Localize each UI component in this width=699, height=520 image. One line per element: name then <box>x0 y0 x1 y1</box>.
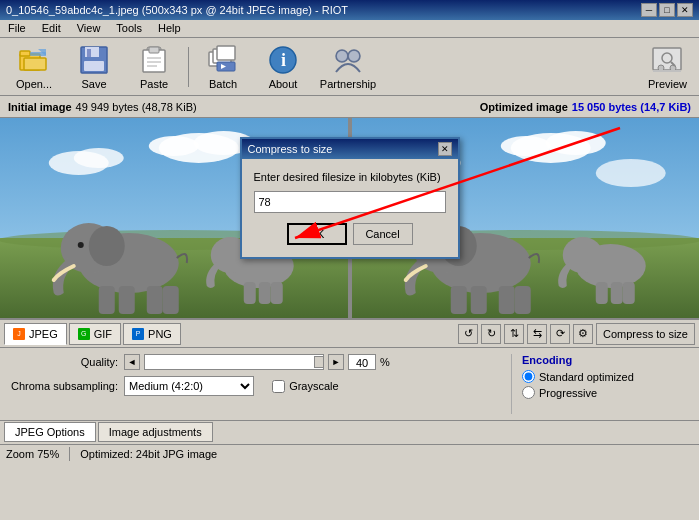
svg-rect-2 <box>24 58 46 70</box>
save-icon <box>78 44 110 76</box>
paste-icon <box>138 44 170 76</box>
batch-button[interactable]: Batch <box>193 41 253 93</box>
close-button[interactable]: ✕ <box>677 3 693 17</box>
chroma-row: Chroma subsampling: None (4:4:4)Low (4:1… <box>8 376 511 396</box>
grayscale-row: Grayscale <box>272 380 339 393</box>
toolbar-separator <box>188 47 189 87</box>
grayscale-checkbox[interactable] <box>272 380 285 393</box>
svg-rect-11 <box>149 47 159 53</box>
open-icon <box>18 44 50 76</box>
svg-rect-17 <box>217 46 235 60</box>
quality-increase-button[interactable]: ► <box>328 354 344 370</box>
optimized-bytes: 15 050 bytes (14,7 KiB) <box>572 101 691 113</box>
menu-bar: File Edit View Tools Help <box>0 20 699 38</box>
minimize-button[interactable]: ─ <box>641 3 657 17</box>
png-icon: P <box>132 328 144 340</box>
menu-file[interactable]: File <box>4 22 30 35</box>
info-bar: Initial image 49 949 bytes (48,78 KiB) O… <box>0 96 699 118</box>
toolbar: Open... Save Paste <box>0 38 699 96</box>
dialog-close-button[interactable]: ✕ <box>438 142 452 156</box>
menu-view[interactable]: View <box>73 22 105 35</box>
progressive-label: Progressive <box>539 387 597 399</box>
svg-rect-1 <box>20 51 30 56</box>
svg-rect-29 <box>653 70 681 72</box>
about-label: About <box>269 78 298 90</box>
paste-button[interactable]: Paste <box>124 41 184 93</box>
svg-rect-8 <box>84 61 104 71</box>
quality-decrease-button[interactable]: ◄ <box>124 354 140 370</box>
menu-tools[interactable]: Tools <box>112 22 146 35</box>
preview-icon <box>651 44 683 78</box>
format-tools: ↺ ↻ ⇅ ⇆ ⟳ ⚙ Compress to size <box>458 323 695 345</box>
menu-edit[interactable]: Edit <box>38 22 65 35</box>
png-label: PNG <box>148 328 172 340</box>
svg-text:i: i <box>281 50 286 70</box>
jpeg-label: JPEG <box>29 328 58 340</box>
status-divider <box>69 447 70 461</box>
save-label: Save <box>81 78 106 90</box>
tab-gif[interactable]: G GIF <box>69 323 121 345</box>
tab-png[interactable]: P PNG <box>123 323 181 345</box>
standard-radio[interactable] <box>522 370 535 383</box>
dialog-buttons: OK Cancel <box>254 223 446 245</box>
standard-label: Standard optimized <box>539 371 634 383</box>
svg-point-24 <box>337 51 347 61</box>
quality-value: 40 <box>348 354 376 370</box>
batch-label: Batch <box>209 78 237 90</box>
tab-jpeg-options[interactable]: JPEG Options <box>4 422 96 442</box>
jpeg-icon: J <box>13 328 25 340</box>
title-bar: 0_10546_59abdc4c_1.jpeg (500x343 px @ 24… <box>0 0 699 20</box>
flip-button[interactable]: ⇅ <box>504 324 524 344</box>
status-bar: Zoom 75% Optimized: 24bit JPG image <box>0 444 699 462</box>
window-controls: ─ □ ✕ <box>641 3 693 17</box>
settings-button[interactable]: ⚙ <box>573 324 593 344</box>
about-icon: i <box>267 44 299 76</box>
gif-icon: G <box>78 328 90 340</box>
partnership-icon <box>332 44 364 76</box>
tab-image-adjustments[interactable]: Image adjustments <box>98 422 213 442</box>
compress-to-size-button[interactable]: Compress to size <box>596 323 695 345</box>
chroma-select[interactable]: None (4:4:4)Low (4:1:1)Medium (4:2:0)Hig… <box>124 376 254 396</box>
encoding-panel: Encoding Standard optimized Progressive <box>511 354 691 414</box>
quality-slider[interactable] <box>144 354 324 370</box>
undo-button[interactable]: ↺ <box>458 324 478 344</box>
progressive-radio[interactable] <box>522 386 535 399</box>
rotate-button[interactable]: ⟳ <box>550 324 570 344</box>
redo-button[interactable]: ↻ <box>481 324 501 344</box>
dialog-ok-button[interactable]: OK <box>287 223 347 245</box>
partnership-button[interactable]: Partnership <box>313 41 383 93</box>
mirror-button[interactable]: ⇆ <box>527 324 547 344</box>
quality-label: Quality: <box>8 356 118 368</box>
settings-left: Quality: ◄ ► 40 % Chroma subsampling: No… <box>8 354 511 414</box>
quality-percent: % <box>380 356 390 368</box>
dialog: Compress to size ✕ Enter desired filesiz… <box>240 137 460 259</box>
svg-rect-26 <box>653 48 681 70</box>
chroma-label: Chroma subsampling: <box>8 380 118 392</box>
grayscale-label: Grayscale <box>289 380 339 392</box>
bottom-tabs: JPEG Options Image adjustments <box>0 420 699 444</box>
about-button[interactable]: i About <box>253 41 313 93</box>
standard-radio-row: Standard optimized <box>522 370 691 383</box>
bottom-panel: J JPEG G GIF P PNG ↺ ↻ ⇅ ⇆ ⟳ ⚙ Compress … <box>0 318 699 462</box>
window-title: 0_10546_59abdc4c_1.jpeg (500x343 px @ 24… <box>6 4 348 16</box>
gif-label: GIF <box>94 328 112 340</box>
tab-jpeg[interactable]: J JPEG <box>4 323 67 345</box>
preview-label: Preview <box>648 78 687 90</box>
save-button[interactable]: Save <box>64 41 124 93</box>
open-button[interactable]: Open... <box>4 41 64 93</box>
info-status: Optimized: 24bit JPG image <box>80 448 217 460</box>
preview-button[interactable]: Preview <box>640 40 695 94</box>
zoom-status: Zoom 75% <box>6 448 59 460</box>
encoding-title: Encoding <box>522 354 691 366</box>
image-area: Compress to size ✕ Enter desired filesiz… <box>0 118 699 318</box>
dialog-cancel-button[interactable]: Cancel <box>353 223 413 245</box>
paste-label: Paste <box>140 78 168 90</box>
initial-bytes: 49 949 bytes (48,78 KiB) <box>76 101 197 113</box>
dialog-input[interactable] <box>254 191 446 213</box>
dialog-title: Compress to size <box>248 143 333 155</box>
menu-help[interactable]: Help <box>154 22 185 35</box>
svg-rect-7 <box>87 49 91 57</box>
progressive-radio-row: Progressive <box>522 386 691 399</box>
dialog-title-bar: Compress to size ✕ <box>242 139 458 159</box>
maximize-button[interactable]: □ <box>659 3 675 17</box>
